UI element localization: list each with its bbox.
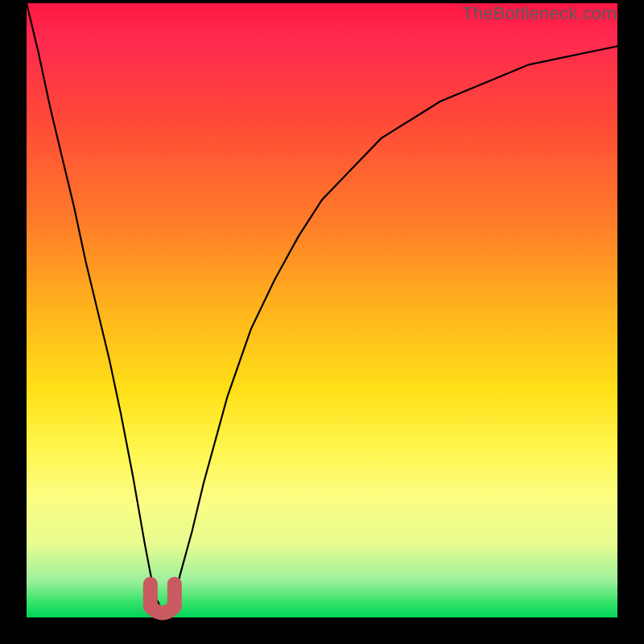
curve-overlay <box>27 3 617 617</box>
bottleneck-curve <box>27 3 617 611</box>
chart-frame: TheBottleneck.com <box>0 0 644 644</box>
min-marker-icon <box>151 584 175 613</box>
